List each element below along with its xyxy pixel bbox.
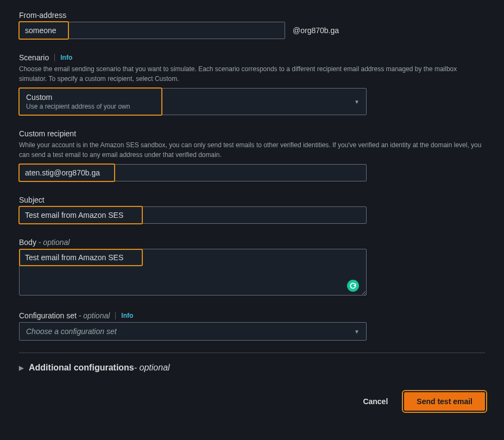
from-address-group: From-address @org870b.ga	[19, 11, 485, 39]
configset-info-link[interactable]: Info	[121, 312, 133, 319]
scenario-selected-description: Use a recipient address of your own	[26, 103, 130, 110]
chevron-down-icon: ▼	[354, 99, 360, 105]
scenario-info-link[interactable]: Info	[60, 54, 72, 61]
body-label: Body - optional	[19, 238, 70, 247]
cancel-button[interactable]: Cancel	[356, 393, 394, 410]
configset-label: Configuration set - optional	[19, 311, 110, 320]
configset-label-text: Configuration set	[19, 311, 77, 320]
recipient-group: Custom recipient While your account is i…	[19, 129, 485, 181]
subject-input[interactable]	[19, 206, 367, 224]
from-address-input[interactable]	[19, 22, 285, 39]
separator	[19, 353, 485, 353]
subject-label: Subject	[19, 196, 45, 204]
configset-select[interactable]: Choose a configuration set ▼	[19, 322, 367, 341]
additional-optional-text: - optional	[134, 363, 170, 372]
recipient-label: Custom recipient	[19, 129, 76, 138]
scenario-group: Scenario Info Choose the email sending s…	[19, 53, 485, 115]
body-group: Body - optional	[19, 238, 485, 297]
from-address-label: From-address	[19, 11, 66, 20]
chevron-down-icon: ▼	[354, 329, 360, 335]
send-test-email-button[interactable]: Send test email	[404, 392, 485, 411]
configset-group: Configuration set - optional Info Choose…	[19, 311, 485, 341]
divider	[115, 312, 116, 319]
additional-label-text: Additional configurations	[29, 363, 134, 372]
caret-right-icon: ▶	[19, 364, 23, 372]
from-domain-suffix: @org870b.ga	[293, 26, 339, 35]
grammarly-icon[interactable]	[347, 280, 359, 292]
footer-actions: Cancel Send test email	[19, 392, 485, 411]
scenario-select[interactable]: Custom Use a recipient address of your o…	[19, 88, 367, 115]
body-optional-text: - optional	[39, 238, 70, 247]
body-textarea[interactable]	[19, 249, 367, 296]
subject-group: Subject	[19, 196, 485, 224]
scenario-selected-value: Custom	[26, 93, 130, 102]
scenario-label: Scenario	[19, 53, 49, 62]
divider	[54, 54, 55, 61]
body-label-text: Body	[19, 238, 36, 247]
scenario-help-text: Choose the email sending scenario that y…	[19, 64, 485, 84]
recipient-help-text: While your account is in the Amazon SES …	[19, 140, 485, 160]
recipient-input[interactable]	[19, 164, 367, 181]
configset-placeholder: Choose a configuration set	[26, 327, 117, 336]
additional-config-toggle[interactable]: ▶ Additional configurations- optional	[19, 363, 485, 373]
configset-optional-text: - optional	[79, 311, 110, 320]
